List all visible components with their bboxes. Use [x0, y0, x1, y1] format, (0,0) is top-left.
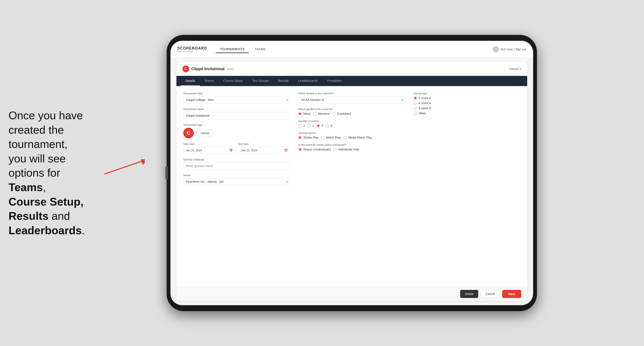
tablet-frame: SCOREBOARD Powered by clippd TOURNAMENTS…: [167, 35, 537, 311]
sponsor-input[interactable]: [183, 162, 290, 170]
instruction-and: and: [48, 210, 70, 222]
gender-label: Which gender is the event for?: [298, 108, 405, 111]
host-group: Tournament Host Clippd College - Men: [183, 92, 290, 104]
instruction-bold-leaderboards: Leaderboards: [8, 224, 82, 237]
instruction-bold-teams: Teams: [8, 181, 43, 193]
gender-womens-radio[interactable]: [313, 112, 316, 115]
individuals-only-radio[interactable]: [333, 148, 336, 151]
venue-label: Venue: [183, 174, 290, 177]
rounds-3-radio[interactable]: [317, 124, 320, 127]
format-5count4-option[interactable]: 5 count 4: [414, 96, 520, 100]
scoring-label: Scoring system: [298, 132, 405, 135]
page-background: Once you havecreated thetournament,you w…: [0, 0, 644, 346]
scoring-group: Scoring system Stroke Play Match Play: [298, 132, 405, 139]
format-6count5-label: 6 count 5: [418, 107, 431, 110]
format-radio-group: 5 count 4 6 count 4 6 count 5: [414, 96, 520, 115]
tablet-screen: SCOREBOARD Powered by clippd TOURNAMENTS…: [170, 41, 533, 305]
rounds-2-label: 2: [312, 124, 314, 127]
rounds-4-option[interactable]: 4: [326, 124, 332, 127]
scoring-medal-radio[interactable]: [343, 136, 346, 139]
scoring-match-radio[interactable]: [321, 136, 324, 139]
format-5count4-label: 5 count 4: [418, 96, 431, 100]
logo: SCOREBOARD Powered by clippd: [177, 46, 207, 52]
venue-group: Venue Peachtree GC - Atlanta - GA: [183, 174, 290, 185]
gender-mens-radio[interactable]: [298, 112, 302, 115]
save-button[interactable]: Save: [502, 290, 521, 298]
format-other-label: Other: [418, 112, 426, 115]
scoring-match-option[interactable]: Match Play: [321, 136, 341, 139]
tab-course-setup[interactable]: Course Setup: [218, 76, 248, 86]
venue-select-wrapper: Peachtree GC - Atlanta - GA: [183, 178, 290, 185]
venue-select[interactable]: Peachtree GC - Atlanta - GA: [183, 178, 290, 185]
gender-mens-option[interactable]: Mens: [298, 112, 310, 115]
end-date-wrapper: 📅: [238, 147, 290, 154]
gender-combined-radio[interactable]: [332, 112, 336, 115]
tab-tee-groups[interactable]: Tee Groups: [248, 76, 274, 86]
tournament-title-area: C Clippd Invitational (Men): [182, 65, 234, 72]
instruction-bold-coursesetup: Course Setup,: [8, 195, 84, 208]
end-date-icon: 📅: [284, 149, 288, 152]
gender-womens-option[interactable]: Womens: [313, 112, 330, 115]
rounds-3-option[interactable]: 3: [317, 124, 323, 127]
format-other-radio[interactable]: [414, 112, 417, 115]
rounds-4-radio[interactable]: [326, 124, 329, 127]
tab-details[interactable]: Details: [181, 76, 200, 86]
logo-text: SCOREBOARD: [177, 46, 207, 50]
tab-results[interactable]: Results: [273, 76, 293, 86]
gender-combined-option[interactable]: Combined: [332, 112, 351, 115]
start-date-group: Start date 📅: [183, 143, 235, 154]
nav-link-tournaments[interactable]: TOURNAMENTS: [216, 45, 249, 53]
rounds-radio-group: 1 2 3: [298, 124, 405, 127]
division-group: Which division is the event for? NCAA Di…: [298, 92, 405, 104]
scoring-medal-label: Medal Match Play: [348, 136, 372, 139]
teams-plus-individuals-option[interactable]: Teams (+Individuals): [298, 148, 331, 151]
division-label: Which division is the event for?: [298, 92, 405, 95]
scoring-stroke-radio[interactable]: [298, 136, 302, 139]
logo-upload-area: C Upload: [183, 128, 290, 138]
sponsor-label: Sponsor (optional): [183, 158, 290, 161]
division-select[interactable]: NCAA Division III: [298, 96, 405, 104]
logo-group: Tournament logo C Upload: [183, 124, 290, 138]
scoring-medal-option[interactable]: Medal Match Play: [343, 136, 372, 139]
format-6count4-radio[interactable]: [414, 102, 417, 105]
format-6count5-option[interactable]: 6 count 5: [414, 107, 520, 110]
format-other-option[interactable]: Other: [414, 112, 520, 115]
individuals-only-option[interactable]: Individuals Only: [333, 148, 359, 151]
scoring-stroke-option[interactable]: Stroke Play: [298, 136, 318, 139]
tab-leaderboards[interactable]: Leaderboards: [293, 76, 322, 86]
teams-plus-individuals-radio[interactable]: [298, 148, 302, 151]
tab-printables[interactable]: Printables: [322, 76, 346, 86]
rounds-2-option[interactable]: 2: [308, 124, 314, 127]
cancel-button[interactable]: Cancel: [481, 290, 500, 298]
rounds-2-radio[interactable]: [308, 124, 311, 127]
tournament-logo-circle: C: [182, 65, 189, 72]
scoring-radio-group: Stroke Play Match Play Medal Match Play: [298, 136, 405, 139]
gender-radio-group: Mens Womens Combined: [298, 112, 405, 115]
format-6count4-option[interactable]: 6 count 4: [414, 101, 520, 105]
instruction-bold-results: Results: [8, 210, 48, 222]
delete-button[interactable]: Delete: [460, 290, 478, 298]
start-date-input[interactable]: [183, 147, 235, 154]
user-sign-out[interactable]: Test User | Sign out: [500, 48, 526, 51]
rounds-1-label: 1: [303, 124, 305, 127]
format-5count4-radio[interactable]: [414, 97, 417, 100]
end-date-input[interactable]: [238, 147, 290, 154]
name-label: Tournament name: [183, 108, 290, 111]
logo-subtitle: Powered by clippd: [177, 51, 207, 52]
format-6count5-radio[interactable]: [414, 107, 417, 110]
upload-button[interactable]: Upload: [196, 130, 213, 137]
rounds-3-label: 3: [322, 124, 323, 127]
cancel-tournament-button[interactable]: Cancel X: [509, 67, 521, 71]
name-input[interactable]: [183, 112, 290, 119]
top-navigation: SCOREBOARD Powered by clippd TOURNAMENTS…: [170, 41, 533, 58]
host-select[interactable]: Clippd College - Men: [183, 96, 290, 104]
avatar: [493, 46, 499, 52]
nav-link-teams[interactable]: TEAMS: [250, 45, 270, 53]
individuals-only-label: Individuals Only: [338, 148, 359, 151]
arrow-indicator: [102, 159, 145, 176]
rounds-1-radio[interactable]: [298, 124, 302, 127]
tablet-side-button: [165, 167, 168, 179]
tab-teams[interactable]: Teams: [200, 76, 218, 86]
tournament-name: Clippd Invitational: [191, 67, 224, 71]
rounds-1-option[interactable]: 1: [298, 124, 305, 127]
